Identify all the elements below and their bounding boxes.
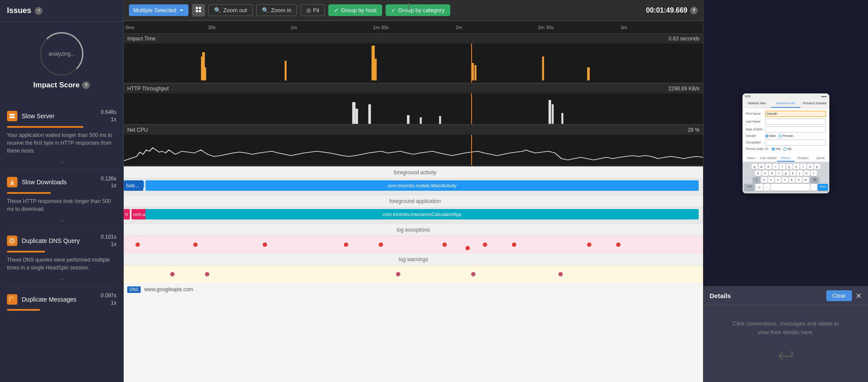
exception-dot-4[interactable]: [344, 242, 348, 247]
nav-quote[interactable]: Quote: [812, 155, 829, 162]
key-f[interactable]: f: [776, 170, 782, 176]
key-period[interactable]: .: [811, 184, 817, 191]
key-t[interactable]: t: [779, 164, 785, 169]
key-return[interactable]: return: [818, 184, 828, 191]
key-space[interactable]: [771, 184, 810, 191]
key-z[interactable]: z: [761, 177, 767, 183]
key-v[interactable]: v: [782, 177, 788, 183]
zoom-in-button[interactable]: 🔍 Zoom in: [256, 4, 297, 16]
key-n[interactable]: n: [796, 177, 802, 183]
exception-dot-8[interactable]: [512, 242, 516, 247]
phone-tab-vehicle[interactable]: Vehicle Info: [743, 100, 772, 108]
phone-tab-insurant[interactable]: Insurant Info: [771, 100, 800, 108]
nav-person[interactable]: Person: [777, 155, 795, 162]
clear-button[interactable]: Clear: [826, 290, 852, 301]
dob-input[interactable]: [765, 126, 826, 133]
main-activity-bar[interactable]: com.tricentis.mobile.MainActivity: [145, 180, 699, 191]
key-w[interactable]: w: [759, 164, 765, 169]
key-m[interactable]: m: [803, 177, 809, 183]
yes-option[interactable]: Yes: [772, 147, 781, 151]
exception-dot-6[interactable]: [442, 242, 447, 247]
svg-rect-25: [407, 115, 409, 124]
key-h[interactable]: h: [790, 170, 796, 176]
timeline-ruler: 0ms 30s 1m 1m 30s 2m 2m 30s 3m: [124, 21, 703, 34]
nav-product[interactable]: Product: [795, 155, 812, 162]
key-comma[interactable]: ,: [764, 184, 770, 191]
grid-view-button[interactable]: [192, 4, 205, 17]
warning-dot-1[interactable]: [170, 272, 175, 276]
exception-dot-1[interactable]: [135, 242, 140, 247]
cpu-label-row: Net CPU 28 %: [124, 125, 703, 135]
close-button[interactable]: ✕: [855, 290, 862, 301]
http-canvas[interactable]: [124, 93, 703, 124]
exception-dot-5[interactable]: [379, 242, 383, 247]
insurance-app-bar[interactable]: com.tricentis.insuranceCalculatorApp: [145, 209, 699, 219]
key-r[interactable]: r: [772, 164, 779, 169]
key-c[interactable]: c: [775, 177, 781, 183]
warning-dot-4[interactable]: [471, 272, 475, 276]
issue-duplicate-dns[interactable]: Duplicate DNS Query 0.101s 1x These DNS …: [0, 228, 123, 286]
group-by-host-button[interactable]: ✓ Group by host: [328, 4, 382, 16]
key-a[interactable]: a: [755, 170, 761, 176]
fit-button[interactable]: ◎ Fit: [300, 4, 325, 16]
occupation-input[interactable]: [765, 140, 826, 146]
exception-dot-low[interactable]: [465, 246, 470, 250]
last-name-input[interactable]: [765, 119, 826, 125]
key-d[interactable]: d: [769, 170, 775, 176]
exception-dot-7[interactable]: [483, 242, 487, 247]
warning-dot-3[interactable]: [396, 272, 400, 276]
log-warnings-lane[interactable]: [124, 266, 703, 283]
dns-lane[interactable]: DNS www.googleapis.com: [124, 283, 703, 296]
impact-canvas[interactable]: [124, 43, 703, 83]
impact-label: Impact Time: [127, 36, 155, 42]
group-by-category-button[interactable]: ✓ Group by category: [386, 4, 450, 16]
key-k[interactable]: k: [804, 170, 810, 176]
cpu-canvas[interactable]: [124, 135, 703, 165]
key-q[interactable]: q: [752, 164, 758, 169]
nav-vehicle[interactable]: Low Vehicle: [760, 155, 777, 162]
no-option[interactable]: No: [783, 147, 792, 151]
key-l[interactable]: l: [811, 170, 817, 176]
gender-male[interactable]: Male: [765, 134, 776, 138]
issue-slow-downloads[interactable]: Slow Downloads 0.126s 1x These HTTP resp…: [0, 170, 123, 228]
warning-dot-2[interactable]: [205, 272, 209, 276]
impact-help-icon[interactable]: ?: [82, 81, 90, 89]
key-emoji[interactable]: ☺: [756, 184, 763, 191]
key-o[interactable]: o: [807, 164, 813, 169]
exception-dot-10[interactable]: [616, 242, 620, 247]
first-name-input[interactable]: [765, 111, 826, 117]
female-radio-dot: [779, 134, 782, 138]
key-y[interactable]: y: [786, 164, 792, 169]
key-backspace[interactable]: ⌫: [810, 177, 819, 183]
gender-female[interactable]: Female: [779, 134, 793, 138]
timer-help-icon[interactable]: ?: [690, 7, 698, 14]
key-i[interactable]: i: [800, 164, 806, 169]
exception-dot-3[interactable]: [263, 242, 267, 247]
phone-tab-product[interactable]: Product Details: [800, 100, 829, 108]
key-u[interactable]: u: [793, 164, 799, 169]
male-radio-dot: [765, 134, 769, 138]
key-123[interactable]: ?123: [744, 184, 755, 191]
warning-dot-5[interactable]: [558, 272, 563, 276]
key-j[interactable]: j: [797, 170, 803, 176]
key-b[interactable]: b: [789, 177, 795, 183]
foreground-application-lane[interactable]: h com.a... com.tricentis.insuranceCalcul…: [124, 207, 703, 224]
key-e[interactable]: e: [766, 164, 772, 169]
key-x[interactable]: x: [768, 177, 774, 183]
key-shift[interactable]: ⇧: [752, 177, 760, 183]
issue-duplicate-messages[interactable]: Duplicate Messages 0.097s 1x: [0, 287, 123, 316]
key-p[interactable]: p: [814, 164, 820, 169]
exception-dot-9[interactable]: [587, 242, 591, 247]
key-g[interactable]: g: [783, 170, 789, 176]
sidebar-help-icon[interactable]: ?: [35, 7, 43, 15]
exception-dot-2[interactable]: [193, 242, 198, 247]
svg-rect-21: [587, 67, 590, 80]
log-exceptions-lane[interactable]: [124, 236, 703, 253]
zoom-out-button[interactable]: 🔍 Zoom out: [208, 4, 253, 16]
nav-home[interactable]: Home: [743, 155, 760, 162]
key-s[interactable]: s: [762, 170, 768, 176]
foreground-activity-lane[interactable]: N S Setti... com.tricentis.mobile.MainAc…: [124, 179, 703, 195]
no-radio-dot: [783, 147, 787, 151]
multiple-selected-dropdown[interactable]: Multiple Selected: [129, 4, 188, 16]
issue-slow-server[interactable]: Slow Server 0.648s 1x Your application w…: [0, 103, 123, 169]
